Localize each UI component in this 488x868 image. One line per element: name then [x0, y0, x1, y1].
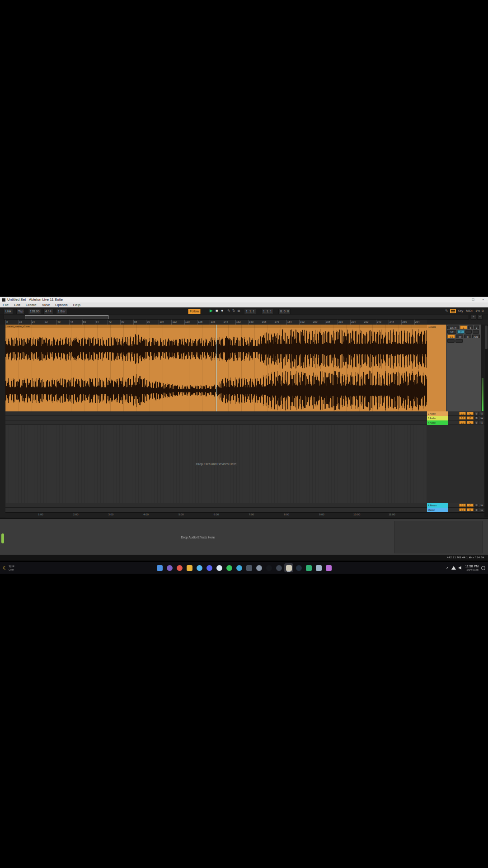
solo-button[interactable]: S [474, 508, 479, 511]
browser-red-icon[interactable] [175, 563, 184, 572]
taskbar-clock[interactable]: 11:58 PM 1/14/2025 [465, 565, 479, 571]
menu-file[interactable]: File [0, 302, 11, 307]
spotify-icon[interactable] [264, 563, 273, 572]
obs-icon[interactable] [274, 563, 283, 572]
scrollbar-thumb[interactable] [485, 326, 488, 349]
arm-button[interactable]: ● [480, 421, 484, 424]
tap-tempo-button[interactable]: Tap [16, 309, 25, 314]
follow-button[interactable]: Follow [188, 309, 201, 314]
automation-arm-icon[interactable]: ✎ [227, 309, 230, 313]
menu-edit[interactable]: Edit [11, 302, 23, 307]
media-app-icon[interactable] [254, 563, 263, 572]
master-track-header[interactable]: Master0.0CS● [427, 508, 484, 512]
loop-start-field[interactable]: 1. 1. 1 [261, 309, 273, 314]
solo-button[interactable]: S [468, 326, 473, 329]
overview-viewport[interactable] [25, 315, 108, 319]
play-button[interactable]: ▶ [210, 308, 213, 313]
track-header-4[interactable]: 4 Audio0.0CS● [427, 420, 484, 425]
close-button[interactable]: × [478, 297, 488, 302]
edge-icon[interactable] [235, 563, 244, 572]
crossfade-b-button[interactable] [455, 339, 463, 343]
cloud-app-icon[interactable] [215, 563, 224, 572]
twitter-icon[interactable] [195, 563, 204, 572]
vertical-scrollbar[interactable] [484, 325, 488, 517]
ableton-live-icon[interactable] [284, 563, 293, 572]
track-name-chip[interactable]: 4 Audio [427, 420, 448, 425]
track-pan-field[interactable]: C [467, 504, 474, 507]
link-button[interactable]: Link [4, 309, 13, 314]
solo-button[interactable]: S [474, 412, 479, 415]
capture-midi-icon[interactable]: ≣ [237, 309, 240, 313]
volume-icon[interactable] [459, 566, 463, 570]
arm-button[interactable]: ● [480, 504, 484, 507]
track-volume-field[interactable]: 0.0 [459, 504, 466, 507]
movies-app-icon[interactable] [314, 563, 323, 572]
arrangement-overview[interactable] [4, 315, 469, 320]
key-map-button[interactable]: Key [458, 309, 463, 313]
track-volume-field[interactable]: 0.0 [459, 416, 466, 420]
send-a-control[interactable] [465, 330, 472, 334]
arm-button[interactable]: ● [480, 412, 484, 415]
notification-bell-icon[interactable] [481, 566, 485, 570]
track-name-chip[interactable]: 3 Audio [427, 416, 448, 420]
arrangement-drop-area[interactable]: Drop Files and Devices Here [5, 425, 427, 504]
tempo-field[interactable]: 128.00 [28, 309, 41, 314]
track-name-chip[interactable]: 2 Audio [427, 411, 448, 416]
volume-field[interactable]: 0.0 [447, 335, 455, 338]
monitor-auto-button[interactable]: Auto [472, 335, 480, 338]
track-header-2[interactable]: 2 Audio0.0CS● [427, 411, 484, 416]
track-lane-2[interactable] [5, 411, 427, 416]
maximize-button[interactable]: □ [468, 297, 478, 302]
steam-icon[interactable] [294, 563, 303, 572]
menu-help[interactable]: Help [70, 302, 83, 307]
titlebar[interactable]: Untitled Set - Ableton Live 11 Suite – □… [0, 297, 488, 302]
record-button[interactable]: ● [221, 308, 223, 313]
arm-button[interactable]: ● [474, 326, 479, 329]
draw-mode-icon[interactable]: ✎ [445, 309, 448, 313]
minimize-button[interactable]: – [458, 297, 468, 302]
audio-clip[interactable]: madeit_master_v3.wav [5, 325, 427, 411]
re-enable-automation-icon[interactable]: ↻ [232, 309, 235, 313]
monitor-in-button[interactable]: In [464, 335, 471, 338]
zoom-in-button[interactable]: + [471, 315, 476, 320]
discord-icon[interactable] [205, 563, 214, 572]
track-lane-3[interactable] [5, 416, 427, 420]
arm-button[interactable]: ● [480, 416, 484, 420]
return-track-header[interactable]: A Return0.0CS● [427, 503, 484, 508]
track-header-1[interactable]: 1 Audio Ext. In 1 S ● 1/2 C [427, 325, 484, 411]
task-view-icon[interactable] [155, 563, 164, 572]
solo-button[interactable]: S [474, 504, 479, 507]
track-pan-field[interactable]: C [467, 508, 474, 511]
track-pan-field[interactable]: C [467, 421, 474, 424]
file-explorer-icon[interactable] [185, 563, 194, 572]
computer-midi-keyboard-icon[interactable] [450, 309, 456, 313]
weather-widget[interactable]: ☾ 72°F Clear [3, 563, 14, 572]
menu-options[interactable]: Options [52, 302, 70, 307]
zoom-out-button[interactable]: − [477, 315, 483, 320]
network-icon[interactable] [451, 566, 456, 570]
menu-view[interactable]: View [39, 302, 52, 307]
return-lane-a[interactable] [5, 503, 427, 508]
track-name-chip[interactable]: Master [427, 508, 448, 512]
io-channel-chooser[interactable]: 1/2 [447, 330, 456, 334]
stop-button[interactable]: ■ [216, 308, 218, 313]
tray-chevron-up-icon[interactable]: ∧ [446, 566, 448, 570]
track-name-chip[interactable]: A Return [427, 503, 448, 508]
send-b-control[interactable] [473, 330, 479, 334]
terminal-icon[interactable] [244, 563, 253, 572]
midi-map-button[interactable]: MIDI [466, 309, 473, 313]
track-volume-field[interactable]: 0.0 [459, 508, 466, 511]
track-activator[interactable]: 1 [460, 326, 467, 329]
time-ruler[interactable]: 1:002:003:004:005:006:007:008:009:0010:0… [5, 512, 427, 518]
solo-button[interactable]: S [474, 421, 479, 424]
search-icon[interactable] [165, 563, 174, 572]
track-lane-4[interactable] [5, 420, 427, 425]
track-header-3[interactable]: 3 Audio0.0CS● [427, 416, 484, 420]
loop-length-field[interactable]: 8. 0. 0 [278, 309, 291, 314]
track-pan-field[interactable]: C [467, 416, 474, 420]
quantize-menu[interactable]: 1 Bar [56, 309, 67, 314]
menu-create[interactable]: Create [23, 302, 39, 307]
crossfade-a-button[interactable] [447, 339, 455, 343]
io-input-chooser[interactable]: Ext. In [447, 326, 459, 329]
pan-control[interactable]: C [457, 330, 465, 334]
